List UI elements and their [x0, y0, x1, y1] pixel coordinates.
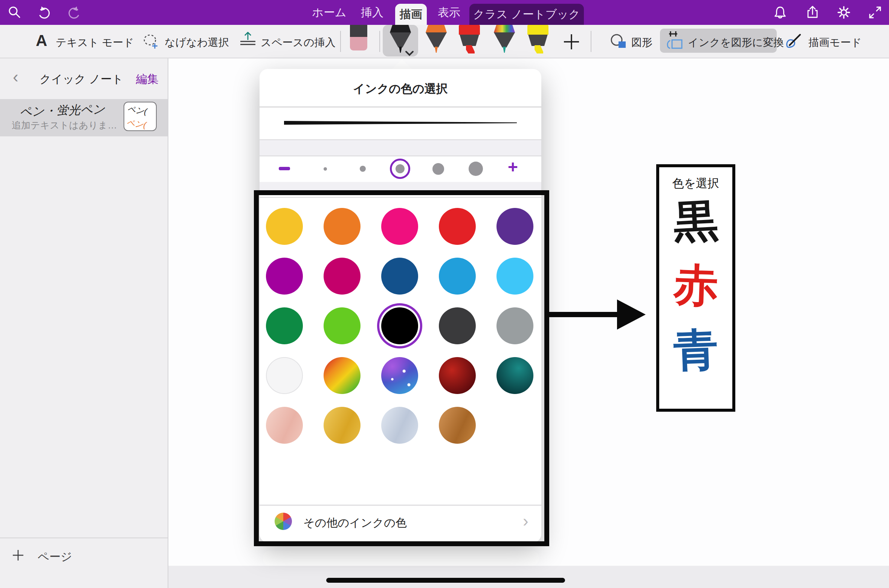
annotation-box-title: 色を選択	[659, 176, 732, 191]
thumb-ink-black: ペン(	[127, 104, 148, 118]
sidebar-footer-divider	[0, 538, 168, 538]
orange-pen-part	[434, 47, 438, 53]
orange-pen-part	[426, 25, 447, 32]
black-pen-part	[390, 25, 411, 32]
top-bar: ホーム挿入描画表示クラス ノートブック	[0, 0, 889, 25]
edit-button[interactable]: 編集	[136, 72, 159, 87]
expand-icon[interactable]	[868, 5, 882, 20]
tab-クラス ノートブック[interactable]: クラス ノートブック	[469, 4, 584, 25]
settings-icon[interactable]	[837, 5, 851, 20]
bottom-sheet-backdrop	[168, 566, 889, 588]
minus-icon	[279, 167, 290, 170]
insert-space-button[interactable]: スペースの挿入	[261, 35, 336, 50]
orange-pen-part	[426, 32, 447, 47]
sidebar-title: クイック ノート	[40, 72, 124, 87]
ink-to-shape-icon	[666, 30, 686, 51]
text-mode-icon: A	[36, 32, 47, 50]
lasso-select-icon[interactable]	[142, 33, 160, 50]
text-mode-button[interactable]: テキスト モード	[56, 35, 134, 50]
eraser-part	[350, 37, 367, 50]
add-page-button[interactable]: ページ	[38, 549, 72, 565]
tab-描画[interactable]: 描画	[395, 4, 427, 25]
add-page-icon[interactable]	[12, 549, 24, 561]
annotation-arrow	[549, 312, 619, 317]
note-title-handwritten: ペン・蛍光ペン	[19, 101, 105, 121]
share-icon[interactable]	[805, 5, 820, 20]
thickness-selected-ring	[390, 159, 410, 179]
galaxy-pen-part	[494, 32, 515, 47]
pen-options-chevron-down-icon[interactable]	[404, 50, 415, 57]
popup-title: インクの色の選択	[260, 81, 541, 97]
page-sidebar	[0, 58, 168, 588]
ink-to-shape-label: インクを図形に変換	[688, 35, 784, 50]
thickness-decrease-button[interactable]	[279, 160, 292, 177]
tab-ホーム[interactable]: ホーム	[307, 0, 352, 25]
popup-band	[260, 139, 541, 156]
redo-icon[interactable]	[67, 5, 81, 20]
annotation-label-box: 色を選択 黒赤青	[656, 164, 735, 412]
toolbar-separator	[340, 31, 341, 52]
notifications-icon[interactable]	[773, 5, 787, 20]
search-icon[interactable]	[8, 5, 22, 20]
red-highlighter-part	[464, 45, 475, 53]
shapes-icon[interactable]	[609, 32, 628, 50]
add-pen-icon[interactable]	[563, 33, 580, 50]
lasso-select-button[interactable]: なげなわ選択	[165, 35, 229, 50]
popup-band	[260, 182, 541, 190]
popup-divider	[260, 107, 541, 107]
tab-挿入[interactable]: 挿入	[353, 0, 391, 25]
yellow-highlighter[interactable]	[527, 25, 548, 53]
handwritten-青: 青	[658, 327, 733, 374]
thickness-increase-button[interactable]: +	[508, 158, 518, 176]
galaxy-pen-part	[503, 47, 506, 53]
black-pen[interactable]	[390, 25, 411, 53]
popup-callout-arrow	[392, 59, 412, 69]
eraser[interactable]	[348, 25, 369, 53]
handwritten-黒: 黒	[658, 197, 733, 245]
back-chevron-icon[interactable]: ‹	[13, 69, 18, 85]
toolbar-separator	[591, 31, 591, 52]
onenote-app: ホーム挿入描画表示クラス ノートブック A テキスト	[0, 0, 889, 588]
galaxy-pen-part	[494, 25, 515, 32]
red-highlighter-part	[459, 25, 480, 35]
annotation-rectangle	[254, 190, 549, 546]
toolbar-separator	[379, 31, 380, 52]
shapes-button[interactable]: 図形	[631, 35, 652, 50]
tab-表示[interactable]: 表示	[430, 0, 468, 25]
orange-pen[interactable]	[426, 25, 447, 53]
thickness-option-2[interactable]	[360, 166, 366, 172]
thickness-option-5[interactable]	[469, 162, 483, 176]
insert-space-icon[interactable]	[238, 31, 258, 50]
thickness-option-1[interactable]	[324, 167, 327, 171]
thickness-option-4[interactable]	[432, 163, 444, 175]
handwritten-赤: 赤	[658, 262, 733, 309]
yellow-highlighter-part	[527, 35, 548, 46]
yellow-highlighter-part	[527, 25, 548, 35]
annotation-arrow-head	[617, 299, 646, 330]
yellow-highlighter-part	[533, 45, 543, 53]
black-pen-part	[399, 47, 402, 53]
thumb-ink-orange: ペン(	[126, 117, 147, 131]
undo-icon[interactable]	[37, 5, 51, 20]
black-pen-part	[390, 32, 411, 47]
red-highlighter[interactable]	[459, 25, 480, 53]
note-thumbnail: ペン( ペン(	[124, 102, 157, 131]
draw-mode-icon[interactable]	[784, 32, 804, 50]
galaxy-pen[interactable]	[494, 25, 515, 53]
eraser-part	[350, 25, 367, 37]
popup-footer-sheet	[263, 551, 539, 566]
note-snippet: 追加テキストはありま…	[12, 119, 117, 131]
stroke-preview	[284, 120, 517, 126]
red-highlighter-part	[459, 35, 480, 46]
home-indicator[interactable]	[326, 578, 565, 583]
draw-mode-button[interactable]: 描画モード	[808, 35, 862, 50]
